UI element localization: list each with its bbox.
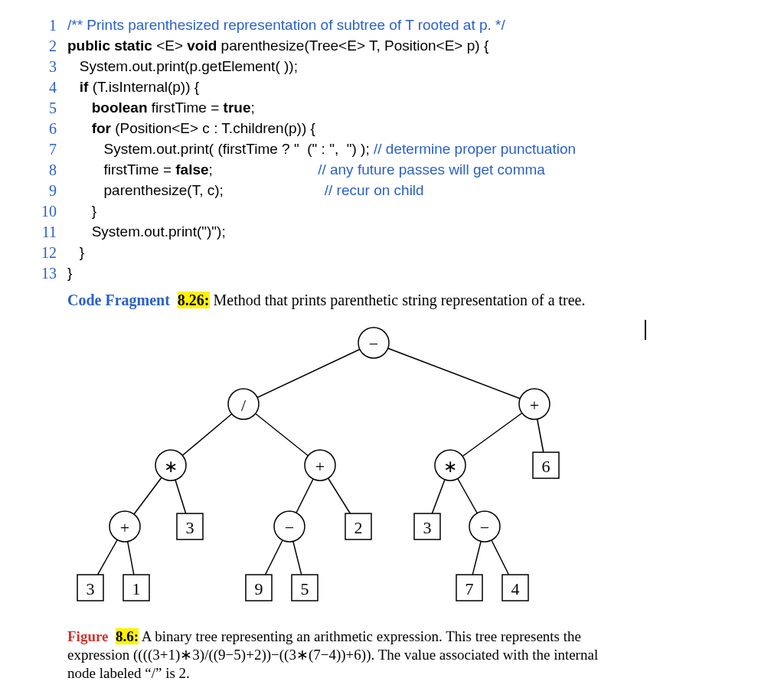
node-label: + <box>120 518 129 537</box>
node-label: 7 <box>466 579 474 598</box>
tree-edge <box>374 343 534 404</box>
node-label: 2 <box>354 518 363 537</box>
code-caption-label: Code Fragment <box>67 292 170 308</box>
node-label: 1 <box>132 579 141 598</box>
code-line: 8 firstTime = false; // any future passe… <box>38 160 576 181</box>
code-content: } <box>67 263 576 284</box>
node-label: 5 <box>301 579 309 598</box>
node-label: − <box>480 518 489 537</box>
line-number: 11 <box>38 222 67 243</box>
code-line: 3 System.out.print(p.getElement( )); <box>38 57 576 77</box>
figure-tree: −/+∗+∗6+3−23−319574 <box>67 320 746 618</box>
code-line: 11 System.out.print(")"); <box>38 222 576 243</box>
line-number: 10 <box>38 201 67 222</box>
code-content: firstTime = false; // any future passes … <box>67 160 576 181</box>
node-label: 9 <box>255 579 263 598</box>
node-label: / <box>241 396 247 415</box>
figure-caption-text: A binary tree representing an arithmetic… <box>67 628 598 681</box>
line-number: 3 <box>38 57 67 77</box>
node-label: 3 <box>87 579 95 598</box>
code-line: 10 } <box>38 201 576 222</box>
code-caption-text: Method that prints parenthetic string re… <box>210 292 586 308</box>
code-line: 6 for (Position<E> c : T.children(p)) { <box>38 119 576 139</box>
node-label: 3 <box>423 518 432 537</box>
line-number: 7 <box>38 139 67 160</box>
figure-caption-label: Figure <box>67 628 108 644</box>
code-caption-number: 8.26: <box>178 292 210 308</box>
code-line: 5 boolean firstTime = true; <box>38 98 576 119</box>
code-content: System.out.print(")"); <box>67 222 576 243</box>
code-line: 7 System.out.print( (firstTime ? " (" : … <box>38 139 576 160</box>
line-number: 13 <box>38 263 67 284</box>
line-number: 4 <box>38 77 67 98</box>
line-number: 5 <box>38 98 67 119</box>
node-label: 4 <box>511 579 520 598</box>
code-content: public static <E> void parenthesize(Tree… <box>67 36 576 57</box>
code-content: System.out.print( (firstTime ? " (" : ",… <box>67 139 576 160</box>
node-label: − <box>369 334 378 354</box>
code-content: System.out.print(p.getElement( )); <box>67 57 576 77</box>
code-line: 2public static <E> void parenthesize(Tre… <box>38 36 576 57</box>
code-content: } <box>67 201 576 222</box>
node-label: ∗ <box>164 457 178 476</box>
node-label: 3 <box>186 518 194 537</box>
expression-tree-svg: −/+∗+∗6+3−23−319574 <box>67 320 741 618</box>
figure-caption-number: 8.6: <box>116 628 139 644</box>
code-line: 1/** Prints parenthesized representation… <box>38 15 576 36</box>
line-number: 1 <box>38 15 67 36</box>
code-content: /** Prints parenthesized representation … <box>67 15 576 36</box>
code-line: 13} <box>38 263 576 284</box>
figure-caption: Figure 8.6: A binary tree representing a… <box>67 627 619 682</box>
code-content: parenthesize(T, c); // recur on child <box>67 181 576 201</box>
tree-edge <box>243 343 374 404</box>
line-number: 6 <box>38 119 67 139</box>
code-content: } <box>67 243 576 263</box>
line-number: 12 <box>38 243 67 263</box>
code-caption: Code Fragment 8.26: Method that prints p… <box>67 292 746 309</box>
line-number: 9 <box>38 181 67 201</box>
line-number: 8 <box>38 160 67 181</box>
code-content: if (T.isInternal(p)) { <box>67 77 576 98</box>
node-label: + <box>530 396 539 415</box>
node-label: 6 <box>542 457 550 476</box>
code-line: 4 if (T.isInternal(p)) { <box>38 77 576 98</box>
line-number: 2 <box>38 36 67 57</box>
code-line: 9 parenthesize(T, c); // recur on child <box>38 181 576 201</box>
code-line: 12 } <box>38 243 576 263</box>
node-label: − <box>285 518 294 537</box>
code-content: boolean firstTime = true; <box>67 98 576 119</box>
code-content: for (Position<E> c : T.children(p)) { <box>67 119 576 139</box>
code-fragment: 1/** Prints parenthesized representation… <box>38 15 576 284</box>
node-label: + <box>315 457 325 476</box>
text-cursor <box>645 320 646 340</box>
node-label: ∗ <box>443 457 457 476</box>
